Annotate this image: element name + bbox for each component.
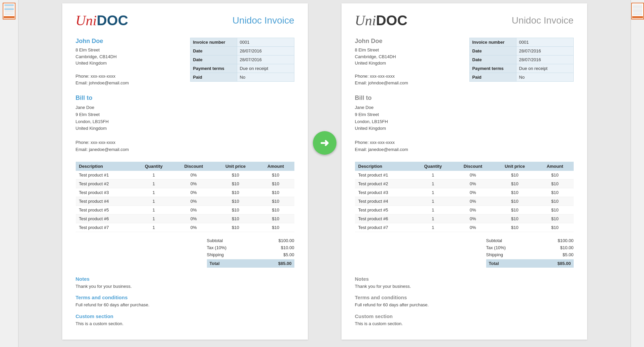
right-customer-address: 8 Elm Street Cambridge, CB14DH United Ki… <box>355 47 408 86</box>
table-cell: 1 <box>134 171 173 180</box>
details-row: Date28/07/2016 <box>469 47 573 55</box>
table-cell: 1 <box>414 179 453 188</box>
left-subtotal-row: Subtotal $100.00 <box>207 237 294 244</box>
detail-label: Payment terms <box>190 64 237 73</box>
right-shipping-row: Shipping $5.00 <box>486 251 574 258</box>
table-cell: $10 <box>257 205 294 214</box>
detail-label: Payment terms <box>469 64 516 73</box>
table-cell: $10 <box>214 214 257 223</box>
table-cell: Test product #2 <box>355 179 414 188</box>
table-cell: Test product #6 <box>355 214 414 223</box>
detail-label: Date <box>469 55 516 64</box>
left-terms-text: Full refund for 60 days after purchase. <box>76 302 294 308</box>
table-cell: $10 <box>214 205 257 214</box>
left-customer-name: John Doe <box>76 38 129 45</box>
table-cell: Test product #7 <box>76 223 134 232</box>
right-details-table: Invoice number0001Date28/07/2016Date28/0… <box>469 38 574 82</box>
left-custom-text: This is a custom section. <box>76 320 294 327</box>
table-cell: 0% <box>173 214 214 223</box>
table-row: Test product #410%$10$10 <box>76 197 294 205</box>
details-row: Payment termsDue on receipt <box>469 64 573 73</box>
left-invoice-title: Unidoc Invoice <box>232 15 294 26</box>
table-row: Test product #610%$10$10 <box>76 214 294 223</box>
left-totals: Subtotal $100.00 Tax (10%) $10.00 Shippi… <box>76 237 294 268</box>
table-row: Test product #710%$10$10 <box>76 223 294 232</box>
table-cell: Test product #4 <box>76 197 134 205</box>
left-tax-row: Tax (10%) $10.00 <box>207 244 294 251</box>
table-cell: $10 <box>257 214 294 223</box>
thumbnail-right-1[interactable] <box>631 3 644 20</box>
left-info-section: John Doe 8 Elm Street Cambridge, CB14DH … <box>76 38 294 86</box>
table-row: Test product #110%$10$10 <box>355 171 574 180</box>
detail-value: No <box>516 73 573 82</box>
detail-label: Invoice number <box>469 38 516 47</box>
right-logo: UniDOC <box>355 13 407 28</box>
right-custom-text: This is a custom section. <box>355 320 574 327</box>
detail-label: Date <box>190 47 237 55</box>
table-cell: 1 <box>414 188 453 197</box>
table-header: Quantity <box>134 162 173 171</box>
detail-label: Date <box>469 47 516 55</box>
table-cell: Test product #5 <box>355 205 414 214</box>
table-row: Test product #310%$10$10 <box>355 188 574 197</box>
right-bill-to: Bill to Jane Doe 9 Elm Street London, LB… <box>355 94 574 153</box>
table-row: Test product #310%$10$10 <box>76 188 294 197</box>
right-customer-info: John Doe 8 Elm Street Cambridge, CB14DH … <box>355 38 408 86</box>
table-cell: $10 <box>536 188 574 197</box>
table-cell: $10 <box>493 214 536 223</box>
right-sidebar <box>631 0 644 347</box>
detail-label: Paid <box>190 73 237 82</box>
logo-doc-right: DOC <box>376 12 407 28</box>
table-cell: $10 <box>214 171 257 180</box>
left-totals-table: Subtotal $100.00 Tax (10%) $10.00 Shippi… <box>207 237 294 268</box>
table-cell: $10 <box>214 197 257 205</box>
right-custom-heading: Custom section <box>355 313 574 319</box>
table-cell: 0% <box>453 197 493 205</box>
table-cell: 1 <box>134 214 173 223</box>
table-cell: $10 <box>493 179 536 188</box>
table-cell: 0% <box>453 214 493 223</box>
table-cell: Test product #6 <box>76 214 134 223</box>
table-cell: 0% <box>453 171 493 180</box>
table-cell: 1 <box>414 197 453 205</box>
table-header: Amount <box>257 162 294 171</box>
right-document: UniDOC Unidoc Invoice John Doe 8 Elm Str… <box>342 3 587 340</box>
table-cell: Test product #1 <box>76 171 134 180</box>
details-row: Invoice number0001 <box>469 38 573 47</box>
table-cell: 0% <box>173 171 214 180</box>
table-cell: Test product #1 <box>355 171 414 180</box>
right-notes-text: Thank you for your business. <box>355 283 574 290</box>
table-cell: $10 <box>536 205 574 214</box>
logo-uni-left: Uni <box>76 13 97 28</box>
left-header: UniDOC Unidoc Invoice <box>76 13 294 28</box>
left-customer-info: John Doe 8 Elm Street Cambridge, CB14DH … <box>76 38 129 86</box>
detail-value: Due on receipt <box>237 64 294 73</box>
thumbnail-1[interactable] <box>3 3 15 20</box>
detail-label: Date <box>190 55 237 64</box>
right-bill-to-address: Jane Doe 9 Elm Street London, LB15FH Uni… <box>355 104 574 153</box>
table-cell: $10 <box>493 205 536 214</box>
table-cell: $10 <box>536 179 574 188</box>
table-row: Test product #710%$10$10 <box>355 223 574 232</box>
table-cell: 0% <box>453 205 493 214</box>
table-cell: $10 <box>214 223 257 232</box>
left-document: UniDOC Unidoc Invoice John Doe 8 Elm Str… <box>62 3 308 340</box>
table-row: Test product #510%$10$10 <box>355 205 574 214</box>
right-bill-to-heading: Bill to <box>355 94 574 102</box>
detail-label: Invoice number <box>190 38 237 47</box>
table-header: Discount <box>453 162 493 171</box>
detail-value: 28/07/2016 <box>516 47 573 55</box>
right-totals-table: Subtotal $100.00 Tax (10%) $10.00 Shippi… <box>486 237 574 268</box>
left-terms-heading: Terms and conditions <box>76 295 294 300</box>
table-cell: $10 <box>493 223 536 232</box>
table-header: Unit price <box>493 162 536 171</box>
right-terms-heading: Terms and conditions <box>355 295 574 300</box>
detail-value: Due on receipt <box>516 64 573 73</box>
table-cell: $10 <box>536 171 574 180</box>
details-row: PaidNo <box>190 73 294 82</box>
logo-uni-right: Uni <box>355 13 376 28</box>
table-row: Test product #210%$10$10 <box>355 179 574 188</box>
left-customer-address: 8 Elm Street Cambridge, CB14DH United Ki… <box>76 47 129 86</box>
detail-value: 0001 <box>237 38 294 47</box>
left-invoice-details: Invoice number0001Date28/07/2016Date28/0… <box>190 38 294 86</box>
